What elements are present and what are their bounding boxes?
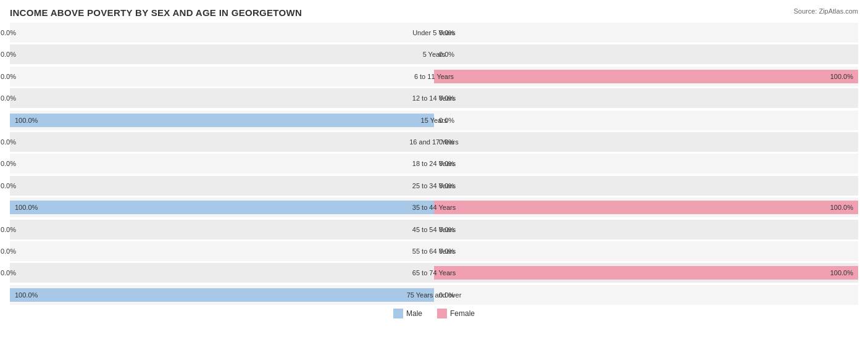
female-legend-box [437,309,447,318]
left-side: 0.0% [10,23,434,43]
female-value-label: 0.0% [439,117,454,124]
left-side: 0.0% [10,44,434,64]
male-value-label: 0.0% [1,138,16,146]
male-legend-label: Male [406,309,422,318]
female-value-label: 0.0% [439,247,454,255]
male-value-label: 0.0% [1,182,16,189]
male-value-label: 0.0% [1,269,16,276]
legend-female: Female [437,309,475,318]
right-side: 0.0% [434,132,858,152]
right-side: 0.0% [434,220,858,239]
left-side: 100.0% [10,197,434,217]
bar-row: 0.0%100.0%6 to 11 Years [10,67,858,86]
male-legend-box [393,309,403,318]
female-value-label: 0.0% [439,160,454,167]
right-side: 0.0% [434,110,858,130]
bar-row: 100.0%0.0%75 Years and over [10,285,858,305]
male-value-label: 0.0% [1,160,16,167]
female-value-label: 0.0% [439,226,454,233]
female-value-label: 0.0% [439,182,454,189]
right-side: 0.0% [434,154,858,173]
bar-row: 0.0%0.0%55 to 64 Years [10,241,858,261]
right-side: 0.0% [434,241,858,261]
male-value-label: 0.0% [1,94,16,102]
chart-area: 0.0%0.0%Under 5 Years0.0%0.0%5 Years0.0%… [10,23,858,305]
right-side: 0.0% [434,88,858,108]
right-side: 100.0% [434,263,858,283]
left-side: 0.0% [10,88,434,108]
bar-row: 0.0%0.0%5 Years [10,44,858,64]
source-label: Source: ZipAtlas.com [793,7,858,15]
bar-row: 0.0%0.0%25 to 34 Years [10,176,858,196]
left-side: 0.0% [10,241,434,261]
bar-row: 100.0%100.0%35 to 44 Years [10,197,858,217]
left-side: 0.0% [10,220,434,239]
female-value-label: 0.0% [439,94,454,102]
bar-row: 0.0%100.0%65 to 74 Years [10,263,858,283]
left-side: 0.0% [10,263,434,283]
right-side: 100.0% [434,67,858,86]
bar-row: 0.0%0.0%18 to 24 Years [10,154,858,173]
male-value-label: 0.0% [1,51,16,58]
bar-row: 0.0%0.0%Under 5 Years [10,23,858,43]
bar-row: 0.0%0.0%16 and 17 Years [10,132,858,152]
female-value-label: 0.0% [439,291,454,299]
legend: Male Female [10,309,858,318]
right-side: 100.0% [434,197,858,217]
female-legend-label: Female [450,309,475,318]
chart-title: INCOME ABOVE POVERTY BY SEX AND AGE IN G… [10,7,858,18]
legend-male: Male [393,309,422,318]
left-side: 100.0% [10,285,434,305]
left-side: 0.0% [10,176,434,196]
male-value-label: 0.0% [1,247,16,255]
female-value-label: 100.0% [830,204,853,211]
female-value-label: 100.0% [830,269,853,276]
bar-row: 100.0%0.0%15 Years [10,110,858,130]
left-side: 0.0% [10,132,434,152]
right-side: 0.0% [434,23,858,43]
male-value-label: 100.0% [15,204,38,211]
female-value-label: 0.0% [439,29,454,36]
female-value-label: 100.0% [830,73,853,80]
bar-row: 0.0%0.0%45 to 54 Years [10,220,858,239]
female-value-label: 0.0% [439,138,454,146]
right-side: 0.0% [434,176,858,196]
male-value-label: 0.0% [1,73,16,80]
female-value-label: 0.0% [439,51,454,58]
male-value-label: 0.0% [1,29,16,36]
left-side: 100.0% [10,110,434,130]
left-side: 0.0% [10,154,434,173]
bar-row: 0.0%0.0%12 to 14 Years [10,88,858,108]
left-side: 0.0% [10,67,434,86]
right-side: 0.0% [434,44,858,64]
male-value-label: 100.0% [15,117,38,124]
male-value-label: 0.0% [1,226,16,233]
chart-container: INCOME ABOVE POVERTY BY SEX AND AGE IN G… [0,0,868,345]
right-side: 0.0% [434,285,858,305]
male-value-label: 100.0% [15,291,38,299]
